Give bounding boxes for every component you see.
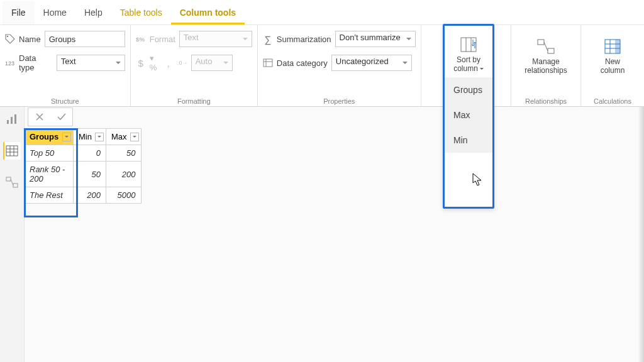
group-label-structure: Structure	[5, 97, 125, 105]
svg-rect-24	[6, 146, 18, 156]
name-input[interactable]	[45, 31, 125, 47]
svg-rect-30	[13, 184, 18, 187]
column-header-max[interactable]: Max	[106, 129, 141, 145]
decimal-icon: .0→.00	[177, 58, 187, 68]
format-label: Format	[150, 35, 175, 44]
ribbon-group-relationships: Managerelationships Relationships	[511, 25, 580, 106]
svg-text:.0→.00: .0→.00	[177, 60, 187, 66]
name-label: Name	[19, 35, 41, 44]
category-icon	[263, 58, 273, 68]
cell-max[interactable]: 200	[106, 162, 141, 187]
table-header-row: Groups Min Max	[25, 129, 142, 145]
svg-rect-29	[6, 177, 11, 181]
format-select: Text	[179, 31, 252, 47]
datacategory-select[interactable]: Uncategorized	[331, 55, 412, 71]
svg-rect-23	[14, 114, 16, 124]
filter-icon[interactable]	[95, 133, 104, 141]
data-table-wrap: Groups Min Max Top 50 0 50 Rank 50 - 200…	[24, 128, 142, 204]
relationships-icon	[537, 38, 555, 55]
sigma-icon: ∑	[263, 34, 273, 44]
new-column-icon	[604, 38, 621, 55]
column-header-groups[interactable]: Groups	[25, 129, 74, 145]
tab-home[interactable]: Home	[35, 1, 75, 25]
ribbon-group-properties: ∑ Summarization Don't summarize Data cat…	[257, 25, 421, 106]
sort-by-column-dropdown: Sort bycolumn Groups Max Min	[443, 24, 494, 209]
sortby-line1: Sort by	[457, 55, 480, 64]
column-header-min[interactable]: Min	[74, 129, 106, 145]
commit-formula-button[interactable]	[55, 111, 68, 123]
tag-icon	[5, 34, 15, 44]
svg-rect-4	[264, 59, 272, 67]
currency-icon: $	[136, 58, 146, 68]
table-row[interactable]: Top 50 0 50	[25, 145, 142, 162]
cell-max[interactable]: 50	[106, 145, 141, 162]
cell-group[interactable]: Top 50	[25, 145, 74, 162]
thousands-icon: ,	[164, 58, 174, 68]
model-view-button[interactable]	[3, 173, 21, 191]
svg-rect-11	[548, 48, 554, 53]
group-label-formatting: Formatting	[136, 97, 252, 105]
column-header-min-label: Min	[79, 132, 92, 141]
ribbon-group-formatting: $% Format Text $ ▾ % , .0→.00 Auto Forma…	[130, 25, 257, 106]
percent-icon: ▾ %	[150, 58, 160, 68]
ribbon: Name 123 Data type Text Structure $% For…	[0, 25, 644, 107]
datatype-select[interactable]: Text	[57, 55, 125, 71]
data-view-button[interactable]	[3, 142, 21, 160]
cursor-icon	[472, 173, 484, 187]
tab-table-tools[interactable]: Table tools	[111, 1, 171, 25]
data-table: Groups Min Max Top 50 0 50 Rank 50 - 200…	[24, 128, 142, 204]
sort-menu-item-max[interactable]: Max	[445, 102, 492, 128]
ribbon-group-calculations: Newcolumn Calculations	[580, 25, 644, 106]
ribbon-tabstrip: File Home Help Table tools Column tools	[0, 0, 644, 25]
sortby-line2: column	[453, 64, 484, 73]
new-column-line2: column	[601, 66, 625, 75]
report-view-button[interactable]	[3, 111, 21, 128]
svg-rect-22	[11, 117, 13, 124]
svg-text:123: 123	[5, 60, 14, 67]
summarization-label: Summarization	[277, 35, 331, 44]
svg-rect-10	[538, 40, 544, 45]
manage-relationships-button[interactable]: Managerelationships	[520, 34, 572, 75]
cell-max[interactable]: 5000	[106, 187, 141, 204]
format-icon: $%	[136, 34, 146, 44]
summarization-select[interactable]: Don't summarize	[335, 31, 416, 47]
column-header-groups-label: Groups	[30, 132, 58, 141]
sort-by-menu: Groups Max Min	[445, 77, 492, 153]
cell-group[interactable]: Rank 50 - 200	[25, 162, 74, 187]
cell-min[interactable]: 0	[74, 145, 106, 162]
group-label-calculations: Calculations	[586, 97, 639, 105]
filter-icon[interactable]	[62, 133, 71, 141]
ribbon-group-structure: Name 123 Data type Text Structure	[0, 25, 130, 106]
view-rail	[0, 107, 24, 191]
svg-rect-14	[615, 40, 620, 53]
svg-point-0	[7, 36, 9, 38]
group-label-properties: Properties	[263, 97, 416, 105]
cell-min[interactable]: 200	[74, 187, 106, 204]
group-label-relationships: Relationships	[516, 97, 575, 105]
table-row[interactable]: The Rest 200 5000	[25, 187, 142, 204]
sort-menu-item-groups[interactable]: Groups	[445, 77, 492, 102]
svg-text:$%: $%	[136, 36, 145, 43]
datatype-label: Data type	[19, 53, 53, 72]
decimal-places-input: Auto	[191, 55, 233, 71]
new-column-button[interactable]: Newcolumn	[590, 34, 635, 75]
cell-group[interactable]: The Rest	[25, 187, 74, 204]
cancel-formula-button[interactable]	[33, 111, 46, 123]
sort-menu-item-min[interactable]: Min	[445, 128, 492, 153]
tab-file[interactable]: File	[3, 1, 35, 25]
filter-icon[interactable]	[130, 133, 139, 141]
datatype-icon: 123	[5, 58, 15, 68]
tab-column-tools[interactable]: Column tools	[171, 1, 245, 25]
cell-min[interactable]: 50	[74, 162, 106, 187]
svg-line-12	[544, 42, 548, 51]
svg-line-31	[11, 179, 13, 185]
sort-by-column-button[interactable]: Sort bycolumn	[446, 32, 491, 74]
relationships-line1: Manage	[532, 57, 559, 66]
sort-icon	[460, 36, 477, 53]
table-row[interactable]: Rank 50 - 200 50 200	[25, 162, 142, 187]
datacategory-label: Data category	[277, 58, 328, 68]
new-column-line1: New	[605, 57, 620, 66]
formula-bar	[28, 107, 73, 126]
relationships-line2: relationships	[525, 66, 567, 75]
tab-help[interactable]: Help	[75, 1, 111, 25]
